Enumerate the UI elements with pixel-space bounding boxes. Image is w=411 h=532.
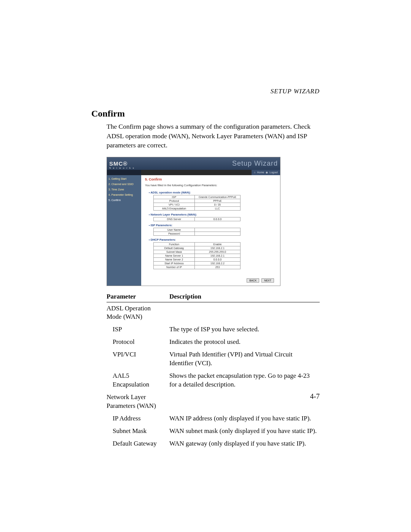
- config-key: Name Server 2: [154, 257, 195, 261]
- table-row: ISPGrande Communication-PPPoE: [154, 195, 241, 199]
- desc-cell: WAN gateway (only displayed if you have …: [169, 438, 320, 450]
- confirm-heading: 5. Confirm: [145, 177, 276, 181]
- config-value: 0.0.0.0: [195, 257, 241, 261]
- config-key: Number of IP: [154, 265, 195, 269]
- table-row: AAL5 EncapsulationLLC: [154, 206, 241, 210]
- nav-step-5[interactable]: 5. Confirm: [108, 199, 140, 201]
- brand-name: SMC®: [109, 161, 135, 166]
- config-value: Enable: [195, 242, 241, 246]
- config-key: Function: [154, 242, 195, 246]
- config-group-table: User NamePassword: [153, 228, 241, 236]
- wizard-content: 5. Confirm You have filled in the follow…: [141, 175, 280, 286]
- config-key: Subnet Mask: [154, 250, 195, 254]
- parameter-table: Parameter Description ADSL Operation Mod…: [107, 291, 320, 450]
- config-key: User Name: [154, 228, 195, 232]
- table-row: VPI / VCI0 / 35: [154, 203, 241, 206]
- config-group-table: FunctionEnableDefault Gateway192.168.2.1…: [153, 242, 241, 269]
- router-screenshot: SMC® N e t w o r k s Setup Wizard ⌂ Home…: [107, 157, 280, 286]
- desc-cell: The type of ISP you have selected.: [169, 323, 320, 336]
- config-value: 255.255.255.0: [195, 250, 241, 254]
- config-key: Name Server 1: [154, 254, 195, 257]
- confirm-subtext: You have filled in the following Configu…: [145, 184, 276, 187]
- logout-link[interactable]: Logout: [269, 171, 277, 174]
- screenshot-page-title: Setup Wizard: [232, 160, 278, 168]
- config-key: DNS Server: [154, 217, 195, 221]
- page-header-right: SETUP WIZARD: [271, 88, 320, 95]
- brand-logo: SMC® N e t w o r k s: [109, 161, 135, 169]
- desc-cell: Indicates the protocol used.: [169, 336, 320, 348]
- config-value: 192.168.2.2: [195, 261, 241, 265]
- table-row: Name Server 1192.168.2.1: [154, 254, 241, 257]
- section-title: Confirm: [91, 109, 320, 119]
- table-row: Number of IP253: [154, 265, 241, 269]
- screenshot-topbar: SMC® N e t w o r k s Setup Wizard: [107, 157, 280, 170]
- config-group-table: DNS Server0.0.0.0: [153, 217, 241, 221]
- table-row: ProtocolIndicates the protocol used.: [107, 336, 320, 348]
- table-row: Start IP Address192.168.2.2: [154, 261, 241, 265]
- config-value: Grande Communication-PPPoE: [195, 195, 241, 199]
- table-row: Default GatewayWAN gateway (only display…: [107, 438, 320, 450]
- config-group-title: ISP Parameters:: [149, 224, 276, 227]
- intro-text: The Confirm page shows a summary of the …: [91, 122, 320, 150]
- config-group-title: Network Layer Parameters (WAN):: [149, 213, 276, 216]
- config-value: 0.0.0.0: [195, 217, 241, 221]
- config-group-table: ISPGrande Communication-PPPoEProtocolPPP…: [153, 195, 241, 211]
- config-group-title: DHCP Parameters:: [149, 238, 276, 241]
- back-button[interactable]: BACK: [247, 278, 259, 283]
- nav-step-2[interactable]: 2. Channel and SSID: [108, 183, 140, 185]
- desc-cell: Shows the packet encapsulation type. Go …: [169, 370, 320, 391]
- config-key: AAL5 Encapsulation: [154, 206, 195, 210]
- table-row: ProtocolPPPoE: [154, 199, 241, 203]
- param-cell: Default Gateway: [107, 438, 169, 450]
- table-row: Name Server 20.0.0.0: [154, 257, 241, 261]
- config-key: Password: [154, 232, 195, 235]
- config-value: LLC: [195, 206, 241, 210]
- desc-cell: Virtual Path Identifier (VPI) and Virtua…: [169, 348, 320, 370]
- nav-step-3[interactable]: 3. Time Zone: [108, 188, 140, 191]
- config-key: VPI / VCI: [154, 203, 195, 206]
- config-key: Default Gateway: [154, 246, 195, 250]
- table-row: Subnet Mask255.255.255.0: [154, 250, 241, 254]
- page-number: 4-7: [310, 392, 320, 401]
- next-button[interactable]: NEXT: [261, 278, 274, 283]
- param-cell: Subnet Mask: [107, 425, 169, 438]
- brand-subtext: N e t w o r k s: [109, 167, 135, 169]
- table-row: ADSL Operation Mode (WAN): [107, 302, 320, 323]
- config-key: Protocol: [154, 199, 195, 203]
- nav-step-4[interactable]: 4. Parameter Setting: [108, 193, 140, 196]
- home-link[interactable]: Home: [257, 171, 264, 174]
- wizard-footer: BACK NEXT: [145, 278, 276, 283]
- table-row: Network Layer Parameters (WAN): [107, 391, 320, 412]
- home-icon: ⌂: [254, 171, 255, 174]
- config-value: [195, 232, 241, 235]
- table-row: Password: [154, 232, 241, 235]
- desc-cell: [169, 391, 320, 412]
- param-cell: VPI/VCI: [107, 348, 169, 370]
- nav-step-1[interactable]: 1. Getting Start: [108, 177, 140, 180]
- config-value: 253: [195, 265, 241, 269]
- table-row: IP AddressWAN IP address (only displayed…: [107, 412, 320, 425]
- config-value: 0 / 35: [195, 203, 241, 206]
- config-value: 192.168.2.1: [195, 254, 241, 257]
- param-cell: IP Address: [107, 412, 169, 425]
- table-row: ISPThe type of ISP you have selected.: [107, 323, 320, 336]
- wizard-nav: 1. Getting Start 2. Channel and SSID 3. …: [107, 175, 141, 286]
- desc-cell: WAN IP address (only displayed if you ha…: [169, 412, 320, 425]
- config-value: 192.168.2.1: [195, 246, 241, 250]
- table-row: Default Gateway192.168.2.1: [154, 246, 241, 250]
- table-row: VPI/VCIVirtual Path Identifier (VPI) and…: [107, 348, 320, 370]
- param-cell: ADSL Operation Mode (WAN): [107, 302, 169, 323]
- config-key: ISP: [154, 195, 195, 199]
- col-parameter: Parameter: [107, 291, 169, 302]
- logout-icon: ◉: [266, 171, 268, 174]
- table-row: AAL5 EncapsulationShows the packet encap…: [107, 370, 320, 391]
- desc-cell: WAN subnet mask (only displayed if you h…: [169, 425, 320, 438]
- param-cell: Protocol: [107, 336, 169, 348]
- param-cell: Network Layer Parameters (WAN): [107, 391, 169, 412]
- config-group-title: ADSL operation mode (WAN):: [149, 191, 276, 194]
- desc-cell: [169, 302, 320, 323]
- table-row: DNS Server0.0.0.0: [154, 217, 241, 221]
- config-value: [195, 228, 241, 232]
- table-row: Subnet MaskWAN subnet mask (only display…: [107, 425, 320, 438]
- screenshot-midbar: ⌂ Home ◉ Logout: [107, 170, 280, 175]
